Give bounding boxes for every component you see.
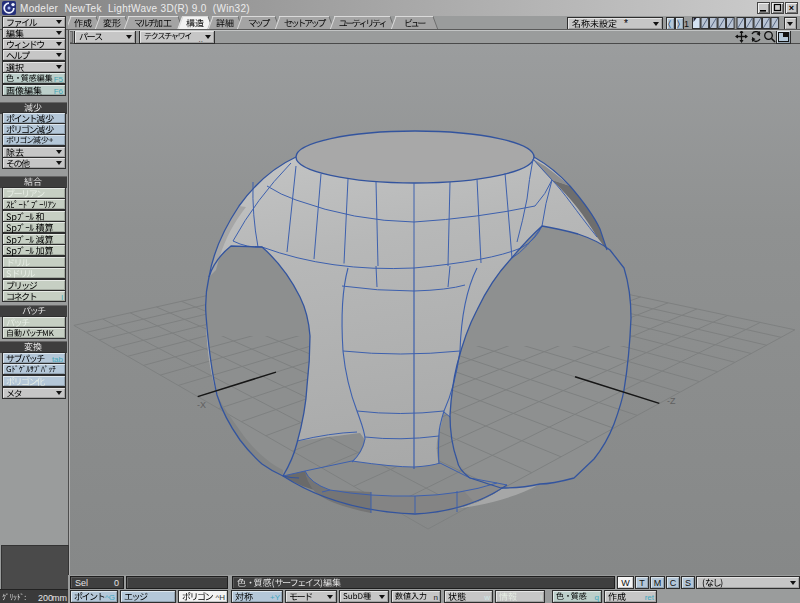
svg-text:-Z: -Z [667, 396, 676, 406]
svg-text:-X: -X [197, 400, 206, 410]
